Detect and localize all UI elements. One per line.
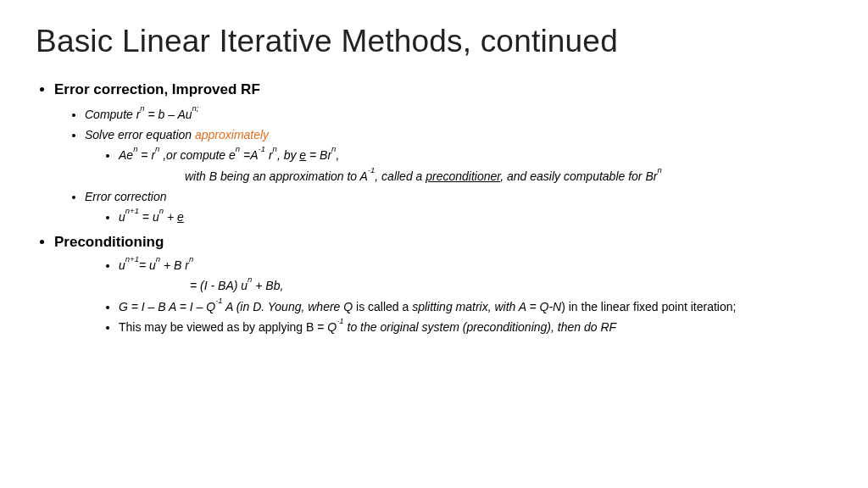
precond-list2: G = I – B A = I – Q-1 A (in D. Young, wh… — [54, 298, 832, 336]
section-preconditioning: Preconditioning un+1= un + B rn = (I - B… — [54, 232, 832, 336]
g-equation: G = I – B A = I – Q-1 A (in D. Young, wh… — [119, 298, 832, 315]
error-correction-item: Error correction un+1 = un + e — [85, 188, 832, 226]
last-note: This may be viewed as by applying B = Q-… — [119, 319, 832, 336]
detail-list: Aen = rn ,or compute en =A-1 rn, by e = … — [85, 147, 832, 164]
slide: Basic Linear Iterative Methods, continue… — [0, 0, 868, 488]
precond-eq2: = (I - BA) un + Bb, — [54, 277, 832, 294]
compute-residual: Compute rn = b – Aun; — [85, 106, 832, 123]
content-list: Error correction, Improved RF Compute rn… — [36, 80, 832, 336]
subsection-list: Compute rn = b – Aun; Solve error equati… — [54, 106, 832, 226]
section-head: Preconditioning — [54, 234, 164, 250]
update-list: un+1 = un + e — [85, 208, 832, 225]
precond-list: un+1= un + B rn — [54, 257, 832, 274]
precond-eq1: un+1= un + B rn — [119, 257, 832, 274]
slide-title: Basic Linear Iterative Methods, continue… — [36, 24, 832, 59]
update-equation: un+1 = un + e — [119, 208, 832, 225]
solve-error-eq: Solve error equation approximately Aen =… — [85, 126, 832, 185]
section-head: Error correction, Improved RF — [54, 81, 260, 97]
approx-word: approximately — [195, 128, 269, 141]
section-error-correction: Error correction, Improved RF Compute rn… — [54, 80, 832, 225]
with-b-note: with B being an approximation to A-1, ca… — [85, 168, 832, 185]
ae-equation: Aen = rn ,or compute en =A-1 rn, by e = … — [119, 147, 832, 164]
